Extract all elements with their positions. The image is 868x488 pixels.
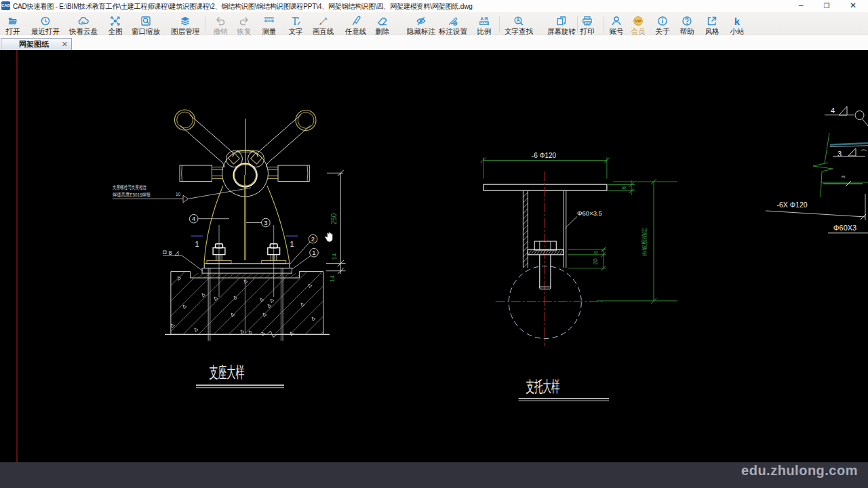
- svg-text:2: 2: [311, 235, 315, 243]
- svg-text:10: 10: [176, 192, 181, 197]
- svg-text:-6X Φ120: -6X Φ120: [776, 201, 807, 209]
- svg-text:3: 3: [837, 150, 842, 158]
- svg-text:20: 20: [592, 258, 599, 265]
- svg-text:3: 3: [264, 219, 267, 226]
- svg-text:6: 6: [620, 186, 627, 189]
- svg-text:由坡度确定: 由坡度确定: [641, 228, 648, 257]
- svg-text:4: 4: [192, 215, 195, 222]
- svg-text:6: 6: [593, 251, 599, 254]
- svg-text:A: A: [517, 18, 520, 22]
- svg-text:Φ60X3: Φ60X3: [833, 224, 856, 232]
- svg-text:14: 14: [329, 275, 336, 282]
- svg-text:1: 1: [290, 240, 294, 248]
- svg-text:-6 Φ120: -6 Φ120: [532, 152, 557, 159]
- svg-text:VIP: VIP: [635, 19, 641, 23]
- svg-text:焊缝高度E5016焊接: 焊缝高度E5016焊接: [112, 192, 151, 198]
- svg-text:14: 14: [331, 253, 338, 260]
- svg-text:k: k: [734, 16, 741, 26]
- svg-text:支座螺栓与支座相连: 支座螺栓与支座相连: [113, 184, 146, 190]
- svg-text:1: 1: [195, 240, 199, 248]
- svg-text:250: 250: [330, 213, 338, 224]
- svg-text:4: 4: [831, 106, 835, 115]
- svg-text:1: 1: [312, 249, 315, 256]
- svg-text:3: 3: [841, 176, 846, 178]
- svg-text:A:B: A:B: [480, 16, 488, 21]
- svg-text:支托大样: 支托大样: [526, 378, 560, 395]
- svg-text:Φ60×3.5: Φ60×3.5: [577, 209, 602, 217]
- svg-text:支座大样: 支座大样: [210, 363, 245, 381]
